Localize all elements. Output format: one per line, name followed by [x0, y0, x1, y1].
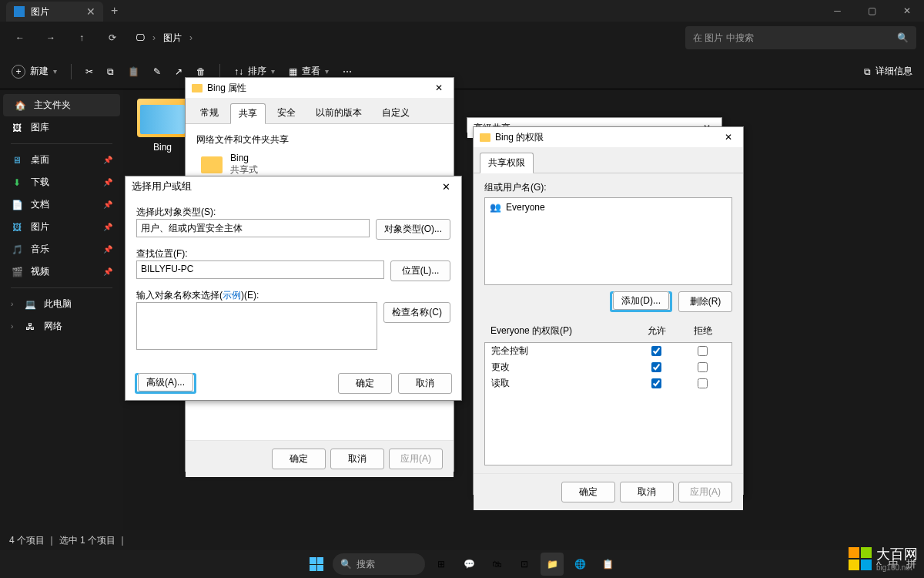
sidebar-item-videos[interactable]: 🎬视频📌: [0, 260, 123, 283]
sort-button[interactable]: ↑↓ 排序 ▾: [234, 65, 275, 78]
rename-button[interactable]: ✎: [153, 66, 161, 77]
breadcrumb[interactable]: 🖵 › 图片 ›: [136, 32, 192, 45]
more-button[interactable]: ⋯: [343, 66, 352, 77]
sidebar-item-home[interactable]: 🏠主文件夹: [3, 94, 120, 116]
back-button[interactable]: ←: [8, 25, 32, 50]
taskbar-app[interactable]: ⊡: [513, 553, 536, 576]
chevron-right-icon: ›: [11, 300, 13, 308]
tabs: 常规 共享 安全 以前的版本 自定义: [186, 98, 454, 124]
navbar: ← → ↑ ⟳ 🖵 › 图片 › 在 图片 中搜索 🔍: [0, 22, 924, 54]
tab-general[interactable]: 常规: [192, 102, 227, 123]
task-view-button[interactable]: ⊞: [430, 553, 453, 576]
share-button[interactable]: ↗: [175, 66, 182, 77]
tab-pictures[interactable]: 图片 ✕: [6, 2, 103, 22]
highlight-advanced: 高级(A)...: [135, 373, 196, 394]
apply-button[interactable]: 应用(A): [389, 449, 443, 469]
allow-full-control[interactable]: [651, 346, 661, 356]
start-button[interactable]: [305, 553, 328, 576]
taskbar-app[interactable]: 🛍: [485, 553, 508, 576]
permissions-grid: 完全控制 更改 读取: [484, 342, 732, 465]
tab-sharing[interactable]: 共享: [230, 103, 266, 124]
new-tab-button[interactable]: +: [111, 4, 118, 18]
minimize-button[interactable]: ─: [820, 0, 855, 22]
add-button[interactable]: 添加(D)...: [613, 291, 669, 310]
monitor-icon: 🖵: [136, 32, 145, 43]
details-pane-button[interactable]: ⧉ 详细信息: [864, 65, 912, 78]
deny-read[interactable]: [698, 378, 708, 388]
object-names-input[interactable]: [136, 302, 377, 350]
close-icon[interactable]: ✕: [437, 181, 455, 193]
location-field[interactable]: BILLYFU-PC: [136, 260, 384, 279]
cancel-button[interactable]: 取消: [330, 449, 384, 469]
sidebar-item-network[interactable]: ›🖧网络: [0, 315, 123, 338]
sidebar-item-music[interactable]: 🎵音乐📌: [0, 238, 123, 260]
gallery-icon: 🖼: [11, 123, 23, 133]
desktop-icon: 🖥: [11, 155, 23, 166]
sidebar-item-downloads[interactable]: ⬇下载📌: [0, 171, 123, 193]
sidebar-item-pictures[interactable]: 🖼图片📌: [0, 216, 123, 238]
user-everyone[interactable]: 👥 Everyone: [488, 201, 728, 213]
dialog-titlebar[interactable]: 选择用户或组 ✕: [126, 176, 461, 197]
allow-read[interactable]: [651, 378, 661, 388]
tab-customize[interactable]: 自定义: [373, 102, 418, 123]
status-bar: 4 个项目 ｜ 选中 1 个项目 ｜: [0, 530, 924, 550]
new-button[interactable]: +新建▾: [12, 65, 57, 79]
delete-button[interactable]: 🗑: [196, 66, 206, 77]
sidebar-item-documents[interactable]: 📄文档📌: [0, 193, 123, 216]
up-button[interactable]: ↑: [69, 25, 94, 50]
taskbar-app[interactable]: 💬: [457, 553, 480, 576]
dialog-titlebar[interactable]: Bing 属性 ✕: [186, 78, 454, 98]
ok-button[interactable]: 确定: [272, 449, 326, 469]
folder-bing[interactable]: Bing: [137, 99, 188, 153]
remove-button[interactable]: 删除(R): [678, 291, 732, 312]
network-icon: 🖧: [24, 321, 36, 332]
refresh-button[interactable]: ⟳: [100, 25, 125, 50]
dialog-title: 选择用户或组: [132, 180, 192, 193]
dialog-titlebar[interactable]: Bing 的权限 ✕: [474, 127, 743, 147]
apply-button[interactable]: 应用(A): [678, 482, 732, 502]
locations-button[interactable]: 位置(L)...: [390, 260, 450, 281]
view-button[interactable]: ▦ 查看 ▾: [289, 65, 329, 78]
sidebar-item-thispc[interactable]: ›💻此电脑: [0, 293, 123, 315]
examples-link[interactable]: 示例: [223, 290, 241, 301]
taskbar-explorer[interactable]: 📁: [541, 553, 564, 576]
ok-button[interactable]: 确定: [338, 373, 392, 394]
taskbar-edge[interactable]: 🌐: [568, 553, 591, 576]
perm-row-change: 更改: [485, 359, 732, 375]
share-name: Bing: [230, 153, 258, 163]
folder-label: Bing: [137, 142, 188, 153]
close-icon[interactable]: ✕: [720, 132, 737, 143]
tab-share-permissions[interactable]: 共享权限: [480, 153, 534, 173]
deny-change[interactable]: [698, 362, 708, 372]
tab-previous-versions[interactable]: 以前的版本: [307, 102, 370, 123]
watermark: 大百网 big100.net: [849, 545, 918, 572]
sidebar-item-gallery[interactable]: 🖼图库: [0, 116, 123, 139]
allow-change[interactable]: [651, 362, 661, 372]
cancel-button[interactable]: 取消: [620, 482, 674, 502]
tab-security[interactable]: 安全: [269, 102, 304, 123]
forward-button[interactable]: →: [38, 25, 63, 50]
cut-button[interactable]: ✂: [85, 66, 93, 77]
ok-button[interactable]: 确定: [561, 482, 615, 502]
check-names-button[interactable]: 检查名称(C): [383, 302, 450, 323]
object-types-button[interactable]: 对象类型(O)...: [376, 219, 450, 240]
breadcrumb-item[interactable]: 图片: [163, 32, 182, 45]
user-list[interactable]: 👥 Everyone: [484, 197, 732, 285]
close-button[interactable]: ✕: [889, 0, 924, 22]
paste-button[interactable]: 📋: [128, 66, 139, 77]
copy-button[interactable]: ⧉: [107, 66, 114, 77]
chevron-right-icon: ›: [11, 322, 13, 331]
taskbar-search[interactable]: 🔍搜索: [333, 553, 425, 575]
deny-full-control[interactable]: [698, 346, 708, 356]
advanced-button[interactable]: 高级(A)...: [138, 373, 193, 391]
allow-header: 允许: [634, 324, 680, 338]
object-type-field[interactable]: 用户、组或内置安全主体: [136, 219, 370, 237]
search-input[interactable]: 在 图片 中搜索 🔍: [685, 26, 916, 49]
pictures-icon: [14, 6, 25, 17]
sidebar-item-desktop[interactable]: 🖥桌面📌: [0, 149, 123, 171]
close-icon[interactable]: ✕: [430, 82, 447, 93]
cancel-button[interactable]: 取消: [398, 373, 452, 394]
maximize-button[interactable]: ▢: [855, 0, 889, 22]
taskbar-app[interactable]: 📋: [596, 553, 619, 576]
close-tab-icon[interactable]: ✕: [86, 5, 95, 18]
